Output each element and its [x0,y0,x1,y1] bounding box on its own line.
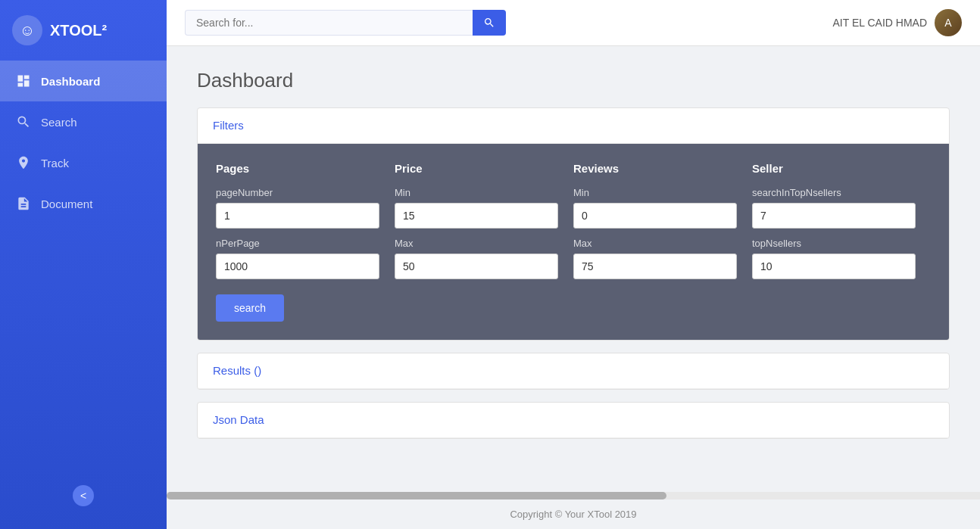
filter-title-seller: Seller [752,162,916,175]
results-card-header: Results () [198,353,949,389]
sidebar-collapse-button[interactable]: < [73,485,94,506]
filter-label-reviews-max: Max [573,238,737,249]
filter-title-reviews: Reviews [573,162,737,175]
filter-label-price-min: Min [395,187,558,198]
filters-card: Filters Pages pageNumber nPerPage [197,107,950,341]
footer: Copyright © Your XTool 2019 [167,499,980,529]
json-data-link[interactable]: Json Data [213,413,264,426]
page-content: Dashboard Filters Pages pageNumber nPerP… [167,46,980,492]
filter-label-topNsellers: topNsellers [752,238,916,249]
track-icon [15,154,32,171]
sidebar-logo: ☺ XTOOL² [0,0,167,61]
filter-section-seller: Seller searchInTopNsellers topNsellers [752,162,931,288]
main-content: AIT EL CAID HMAD A Dashboard Filters Pag… [167,0,980,529]
filter-label-price-max: Max [395,238,558,249]
filter-label-pageNumber: pageNumber [216,187,379,198]
filter-label-searchInTopNsellers: searchInTopNsellers [752,187,916,198]
search-action-button[interactable]: search [216,294,284,322]
filter-input-topNsellers[interactable] [752,254,916,279]
sidebar-item-label-search: Search [41,116,77,129]
sidebar-item-label-track: Track [41,157,69,170]
filters-grid: Pages pageNumber nPerPage Price Min Max [216,162,931,288]
filter-section-pages: Pages pageNumber nPerPage [216,162,395,288]
filter-input-reviews-min[interactable] [573,203,737,229]
document-icon [15,195,32,212]
sidebar-nav: Dashboard Search Track Document [0,61,167,529]
filter-input-reviews-max[interactable] [573,254,737,279]
filter-section-price: Price Min Max [395,162,573,288]
sidebar-item-document[interactable]: Document [0,183,167,224]
header: AIT EL CAID HMAD A [167,0,980,46]
sidebar-item-label-dashboard: Dashboard [41,75,100,88]
filter-input-price-max[interactable] [395,254,558,279]
user-name: AIT EL CAID HMAD [833,17,927,29]
filter-title-pages: Pages [216,162,379,175]
filter-input-nPerPage[interactable] [216,254,379,279]
search-nav-icon [15,114,32,130]
page-title: Dashboard [197,69,950,92]
filter-input-pageNumber[interactable] [216,203,379,229]
filter-title-price: Price [395,162,558,175]
results-link[interactable]: Results () [213,364,261,377]
filter-label-nPerPage: nPerPage [216,238,379,249]
search-bar [185,10,506,36]
filter-input-searchInTopNsellers[interactable] [752,203,916,229]
sidebar-item-dashboard[interactable]: Dashboard [0,61,167,101]
filter-input-price-min[interactable] [395,203,558,229]
filters-panel: Pages pageNumber nPerPage Price Min Max [198,144,949,340]
filter-label-reviews-min: Min [573,187,737,198]
search-input[interactable] [185,10,473,36]
dashboard-icon [15,73,32,89]
search-button[interactable] [473,10,506,36]
search-icon [483,17,495,29]
horizontal-scrollbar[interactable] [167,492,980,499]
results-card: Results () [197,353,950,390]
filter-section-reviews: Reviews Min Max [573,162,752,288]
app-name: XTOOL² [50,22,107,39]
scrollbar-thumb[interactable] [167,492,666,499]
avatar: A [935,9,962,36]
json-data-card: Json Data [197,402,950,439]
user-info: AIT EL CAID HMAD A [833,9,962,36]
filters-link[interactable]: Filters [213,119,244,132]
app-logo-icon: ☺ [12,15,42,45]
sidebar-item-search[interactable]: Search [0,101,167,142]
sidebar-item-track[interactable]: Track [0,142,167,183]
sidebar-item-label-document: Document [41,198,92,210]
footer-text: Copyright © Your XTool 2019 [510,509,636,520]
sidebar: ☺ XTOOL² Dashboard Search Track [0,0,167,529]
json-data-card-header: Json Data [198,403,949,438]
filters-card-header: Filters [198,108,949,144]
